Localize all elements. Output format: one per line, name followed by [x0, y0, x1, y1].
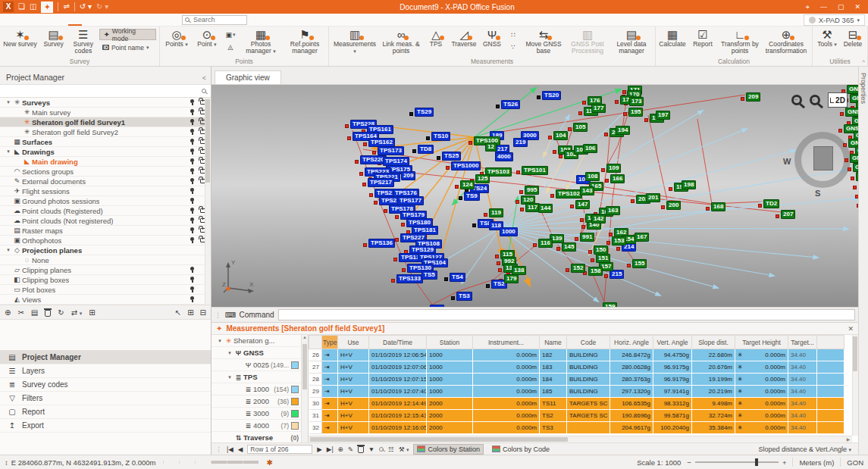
survey-point-marker[interactable]	[393, 258, 397, 261]
point-label-green[interactable]: 155	[632, 259, 647, 268]
column-header[interactable]: Name	[540, 336, 567, 349]
measurement-row[interactable]: 29⇥H+V01/10/2019 12:07:4010000.000m185BU…	[309, 386, 844, 398]
column-header[interactable]	[309, 336, 322, 349]
column-header[interactable]: Vert. Angle	[653, 336, 692, 349]
point-label-green[interactable]: 201	[646, 193, 660, 202]
survey-point-marker[interactable]	[355, 160, 359, 164]
point-label-green[interactable]: 995	[525, 186, 539, 195]
point-label-blue[interactable]: TS5	[421, 270, 437, 280]
panel-nav-item[interactable]: ☰ Layers	[0, 364, 211, 378]
expand-icon[interactable]: ▾	[5, 149, 12, 155]
point-label-green[interactable]: 167	[635, 233, 649, 242]
survey-point-marker[interactable]	[843, 143, 847, 147]
delete-button[interactable]: ⊟ Delete	[840, 27, 866, 48]
survey-point-marker[interactable]	[455, 185, 459, 189]
tree-item[interactable]: ☁ Point clouds (Registered)	[0, 206, 211, 216]
measurement-row[interactable]: 30⇥H+V01/10/2019 12:14:4920000.000mTS11T…	[309, 398, 844, 410]
survey-point-marker[interactable]	[644, 118, 648, 122]
point-label-green[interactable]: 143	[580, 186, 594, 195]
survey-point-marker[interactable]	[498, 268, 502, 272]
expand-icon[interactable]: ▾	[5, 247, 12, 253]
survey-point-marker[interactable]	[857, 204, 858, 208]
colors-by-code-button[interactable]: Colors by Code	[488, 444, 553, 455]
measurements-tree-item[interactable]: ≣ 3000 (9)	[212, 408, 308, 420]
survey-point-marker[interactable]	[570, 205, 574, 208]
tree-item[interactable]: ▣ Orthophotos	[0, 236, 211, 245]
survey-point-marker[interactable]	[575, 237, 578, 241]
xpad365-account-button[interactable]: X-PAD 365 ▾	[804, 14, 865, 26]
pin-icon[interactable]: ⌖	[806, 3, 810, 11]
survey-point-marker[interactable]	[855, 195, 858, 199]
survey-point-marker[interactable]	[556, 247, 560, 251]
visibility-bulb-icon[interactable]	[190, 227, 194, 231]
survey-point-marker[interactable]	[363, 243, 367, 247]
station-point-marker[interactable]	[472, 224, 476, 227]
maximize-icon[interactable]: ▢	[838, 3, 844, 11]
gnss-convert-up-button[interactable]: ∷	[506, 29, 521, 40]
visibility-bulb-icon[interactable]	[190, 217, 194, 221]
survey-point-marker[interactable]	[566, 268, 569, 272]
point-label-green[interactable]: 104	[553, 131, 568, 140]
survey-point-marker[interactable]	[395, 215, 399, 219]
status-toggle[interactable]	[243, 461, 259, 464]
point-label-blue[interactable]: TS20	[542, 91, 561, 100]
tree-item[interactable]: ✳ Main survey	[0, 108, 211, 117]
undo-icon[interactable]: ↺ ▾	[80, 2, 92, 12]
point-label-green[interactable]: 105	[573, 123, 588, 132]
point-label-blue[interactable]: 219	[513, 138, 528, 147]
share-icon[interactable]: ⇄ ▾	[71, 308, 83, 317]
minimize-icon[interactable]: —	[820, 3, 827, 11]
refresh-icon[interactable]: ↻	[58, 308, 64, 317]
expand-icon[interactable]: ▾	[226, 374, 233, 380]
station-point-marker[interactable]	[412, 149, 416, 153]
point-label-green[interactable]: 195	[628, 108, 643, 117]
survey-point-marker[interactable]	[362, 183, 366, 186]
survey-point-marker[interactable]	[758, 204, 762, 208]
tree-item[interactable]: ✎ External documents	[0, 177, 211, 186]
command-input[interactable]	[278, 309, 855, 320]
points-button[interactable]: ◎ Points ▾	[161, 27, 192, 48]
point-label-blue[interactable]: TS26	[501, 100, 520, 109]
visibility-bulb-icon[interactable]	[190, 158, 194, 162]
expand-icon[interactable]: ▾	[5, 99, 12, 105]
properties-side-tab[interactable]: Properties	[858, 67, 868, 455]
survey-point-marker[interactable]	[548, 136, 552, 139]
visibility-bulb-icon[interactable]	[190, 99, 194, 103]
survey-point-marker[interactable]	[391, 279, 395, 283]
point-label-blue[interactable]: 4000	[495, 152, 513, 161]
add-row-icon[interactable]: ⊕	[338, 446, 343, 453]
point-label-green[interactable]: 124	[460, 180, 475, 189]
tree-search-box[interactable]	[0, 85, 211, 98]
survey-codes-button[interactable]: ☰ Survey codes	[68, 27, 98, 55]
prev-row-button[interactable]: ◀	[238, 446, 243, 453]
measurement-row[interactable]: 28⇥H+V01/10/2019 12:07:1510000.000m184BU…	[309, 374, 844, 386]
survey-point-marker[interactable]	[848, 167, 851, 171]
tree-item[interactable]: ▣ Ground photos sessions	[0, 196, 211, 206]
survey-point-marker[interactable]	[776, 214, 779, 218]
survey-point-marker[interactable]	[581, 225, 585, 229]
table-horizontal-scrollbar[interactable]: ▶	[309, 436, 852, 442]
point-label-green[interactable]: 991	[580, 233, 594, 242]
calculate-button[interactable]: ▦ Calculate	[657, 27, 688, 48]
visibility-bulb-icon[interactable]	[190, 129, 194, 133]
station-point-marker[interactable]	[444, 277, 448, 281]
ribbon-tab[interactable]	[82, 14, 96, 26]
tree-item[interactable]: ◭ Views	[0, 295, 211, 305]
survey-point-marker[interactable]	[622, 90, 626, 94]
loop-icon[interactable]: ⊞	[89, 308, 95, 317]
point-button[interactable]: ⊙ Point ▾	[192, 27, 222, 48]
point-label-green[interactable]: 147	[575, 200, 590, 209]
zoom-window-icon[interactable]: ▫	[810, 95, 820, 105]
point-label-green[interactable]: GNSS3	[856, 172, 858, 181]
units-label[interactable]: Meters (m)	[799, 458, 834, 467]
survey-point-marker[interactable]	[372, 151, 376, 155]
ribbon-tab[interactable]	[150, 14, 164, 26]
measurements-tree-item[interactable]: ≣ 2000 (36)	[212, 396, 308, 408]
point-label-blue[interactable]: TPS173	[378, 146, 404, 155]
ribbon-tab[interactable]	[164, 14, 177, 26]
survey-point-marker[interactable]	[631, 199, 635, 203]
survey-point-marker[interactable]	[604, 274, 608, 278]
survey-point-marker[interactable]	[402, 268, 406, 272]
point-label-blue[interactable]: 182	[430, 305, 444, 307]
ribbon-tab[interactable]	[55, 14, 68, 26]
